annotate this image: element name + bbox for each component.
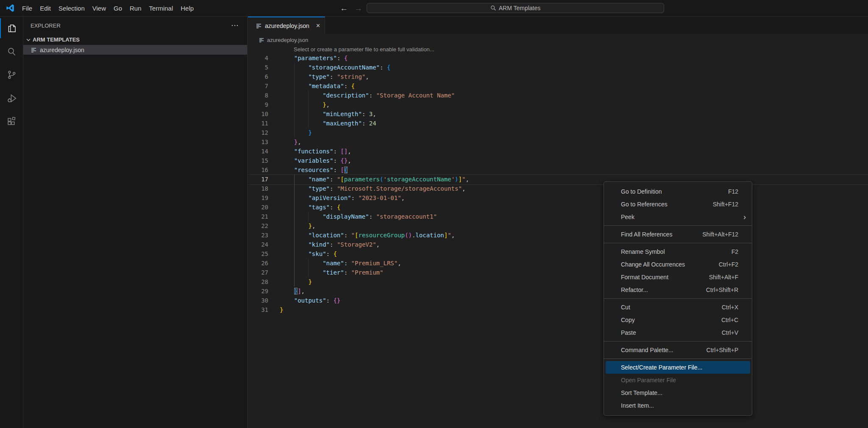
menu-item-peek[interactable]: Peek› [604,211,752,223]
menu-item-shortcut: Ctrl+Shift+P [707,347,738,353]
line-content: "tier": "Premium" [280,268,383,277]
menu-item-format-document[interactable]: Format DocumentShift+Alt+F [604,271,752,283]
code-line-15[interactable]: 15 "variables": {}, [248,156,868,165]
code-line-12[interactable]: 12 } [248,128,868,137]
code-line-29[interactable]: 29 }], [248,286,868,296]
code-line-14[interactable]: 14 "functions": [], [248,147,868,156]
code-line-31[interactable]: 31} [248,305,868,314]
code-line-8[interactable]: 8 "description": "Storage Account Name" [248,91,868,100]
code-line-10[interactable]: 10 "minLength": 3, [248,109,868,119]
menu-item-shortcut: F12 [728,188,738,195]
close-icon[interactable]: ✕ [316,22,320,29]
menu-item-cut[interactable]: CutCtrl+X [604,301,752,314]
indent-guide [294,109,295,119]
line-number: 18 [248,184,268,193]
command-center-search[interactable]: ARM Templates [367,3,664,13]
menu-go[interactable]: Go [110,0,126,17]
menu-item-go-to-definition[interactable]: Go to DefinitionF12 [604,185,752,198]
menu-item-label: Format Document [621,274,668,281]
indent-guide [294,212,295,221]
code-line-24[interactable]: 24 "kind": "StorageV2", [248,240,868,249]
json-file-icon [259,37,264,43]
code-line-25[interactable]: 25 "sku": { [248,249,868,258]
menu-item-paste[interactable]: PasteCtrl+V [604,326,752,339]
menu-item-label: Paste [621,329,636,336]
activity-run-debug-icon[interactable] [0,86,23,110]
code-line-30[interactable]: 30 "outputs": {} [248,296,868,305]
indent-guide [308,212,309,221]
menu-separator [604,225,752,226]
line-number: 31 [248,305,268,314]
menu-item-change-all-occurrences[interactable]: Change All OccurrencesCtrl+F2 [604,258,752,271]
code-editor[interactable]: Select or create a parameter file to ena… [248,46,868,314]
codelens-message[interactable]: Select or create a parameter file to ena… [294,46,868,53]
section-label: ARM TEMPLATES [33,36,80,43]
activity-extensions-icon[interactable] [0,110,23,133]
line-content: "functions": [], [280,147,351,156]
line-number: 15 [248,156,268,165]
code-line-7[interactable]: 7 "metadata": { [248,81,868,91]
menu-item-go-to-references[interactable]: Go to ReferencesShift+F12 [604,198,752,211]
activity-search-icon[interactable] [0,40,23,63]
menu-item-refactor[interactable]: Refactor...Ctrl+Shift+R [604,283,752,296]
code-line-21[interactable]: 21 "displayName": "storageaccount1" [248,212,868,221]
menu-item-find-all-references[interactable]: Find All ReferencesShift+Alt+F12 [604,228,752,241]
code-line-9[interactable]: 9 }, [248,100,868,109]
line-number: 20 [248,203,268,212]
line-number: 6 [248,72,268,81]
line-number: 16 [248,165,268,175]
file-item-azuredeploy.json[interactable]: azuredeploy.json [23,45,247,55]
menu-item-shortcut: Ctrl+C [721,317,738,323]
menu-item-insert-item[interactable]: Insert Item... [604,399,752,412]
menu-help[interactable]: Help [177,0,198,17]
activity-explorer-icon[interactable] [0,17,23,40]
tab-azuredeploy-json[interactable]: azuredeploy.json ✕ [248,17,325,34]
nav-back-button[interactable]: ← [340,0,348,17]
menu-run[interactable]: Run [126,0,145,17]
code-line-11[interactable]: 11 "maxLength": 24 [248,119,868,128]
code-line-27[interactable]: 27 "tier": "Premium" [248,268,868,277]
editor-group: azuredeploy.json ✕ azuredeploy.json Sele… [248,17,868,428]
editor-context-menu: Go to DefinitionF12Go to ReferencesShift… [604,181,752,416]
line-number: 22 [248,221,268,231]
menu-separator [604,243,752,243]
code-line-5[interactable]: 5 "storageAccountName": { [248,63,868,72]
menu-edit[interactable]: Edit [36,0,55,17]
nav-forward-button: → [354,0,362,17]
activity-source-control-icon[interactable] [0,63,23,86]
more-actions-icon[interactable]: ⋯ [231,23,239,28]
menu-item-select-create-parameter-file[interactable]: Select/Create Parameter File... [606,361,750,374]
menu-item-sort-template[interactable]: Sort Template... [604,386,752,399]
indent-guide [294,193,295,203]
section-header-arm-templates[interactable]: ARM TEMPLATES [23,34,247,45]
line-number: 23 [248,231,268,240]
code-line-16[interactable]: 16 "resources": [{ [248,165,868,175]
code-line-19[interactable]: 19 "apiVersion": "2023-01-01", [248,193,868,203]
breadcrumb[interactable]: azuredeploy.json [248,34,868,46]
search-icon [490,5,496,11]
line-content: }, [280,137,301,147]
line-number: 21 [248,212,268,221]
menu-file[interactable]: File [18,0,36,17]
menu-item-command-palette[interactable]: Command Palette...Ctrl+Shift+P [604,344,752,356]
code-line-18[interactable]: 18 "type": "Microsoft.Storage/storageAcc… [248,184,868,193]
menu-item-copy[interactable]: CopyCtrl+C [604,314,752,326]
code-line-22[interactable]: 22 }, [248,221,868,231]
menu-selection[interactable]: Selection [55,0,89,17]
indent-guide [294,240,295,249]
indent-guide [294,128,295,137]
code-line-23[interactable]: 23 "location": "[resourceGroup().locatio… [248,231,868,240]
indent-guide [294,231,295,240]
code-line-6[interactable]: 6 "type": "string", [248,72,868,81]
code-line-28[interactable]: 28 } [248,277,868,286]
code-line-20[interactable]: 20 "tags": { [248,203,868,212]
code-line-17[interactable]: 17 "name": "[parameters('storageAccountN… [248,175,868,184]
code-line-13[interactable]: 13 }, [248,137,868,147]
menu-item-label: Cut [621,304,630,311]
menu-terminal[interactable]: Terminal [145,0,177,17]
code-line-4[interactable]: 4 "parameters": { [248,53,868,63]
indent-guide [294,184,295,193]
menu-item-rename-symbol[interactable]: Rename SymbolF2 [604,245,752,258]
menu-view[interactable]: View [89,0,110,17]
code-line-26[interactable]: 26 "name": "Premium_LRS", [248,258,868,268]
